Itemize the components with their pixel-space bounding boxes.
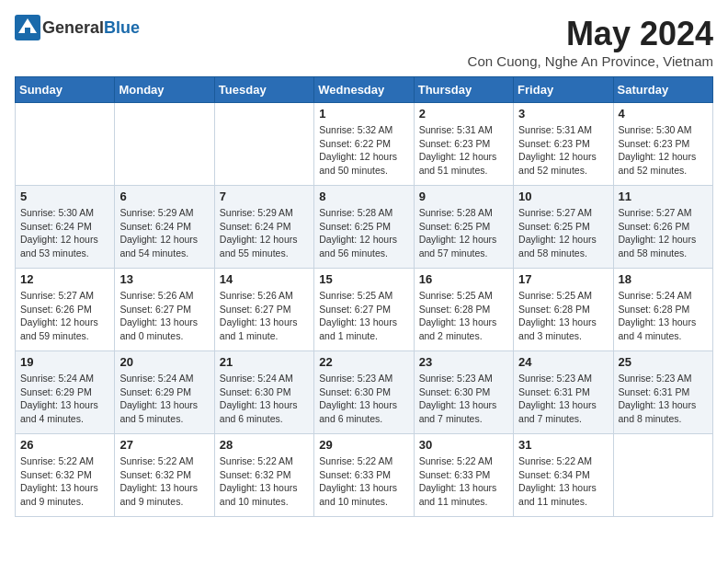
calendar-cell: 3Sunrise: 5:31 AM Sunset: 6:23 PM Daylig…	[514, 103, 613, 186]
day-number: 9	[419, 190, 508, 203]
day-number: 13	[119, 272, 209, 286]
calendar-cell: 28Sunrise: 5:22 AM Sunset: 6:32 PM Dayli…	[214, 434, 313, 517]
day-number: 8	[319, 190, 408, 203]
day-info: Sunrise: 5:22 AM Sunset: 6:33 PM Dayligh…	[419, 454, 508, 509]
calendar-cell: 29Sunrise: 5:22 AM Sunset: 6:33 PM Dayli…	[314, 434, 414, 517]
calendar-cell: 10Sunrise: 5:27 AM Sunset: 6:25 PM Dayli…	[514, 186, 613, 269]
calendar-table: SundayMondayTuesdayWednesdayThursdayFrid…	[15, 76, 713, 517]
day-info: Sunrise: 5:32 AM Sunset: 6:22 PM Dayligh…	[319, 123, 408, 178]
day-info: Sunrise: 5:25 AM Sunset: 6:28 PM Dayligh…	[518, 289, 608, 343]
day-number: 22	[319, 355, 408, 369]
calendar-cell: 16Sunrise: 5:25 AM Sunset: 6:28 PM Dayli…	[414, 269, 513, 351]
day-info: Sunrise: 5:31 AM Sunset: 6:23 PM Dayligh…	[419, 123, 508, 178]
day-info: Sunrise: 5:26 AM Sunset: 6:27 PM Dayligh…	[119, 289, 209, 343]
calendar-cell	[613, 434, 712, 517]
calendar-header-saturday: Saturday	[613, 77, 712, 103]
month-title: May 2024	[468, 15, 713, 53]
calendar-cell: 23Sunrise: 5:23 AM Sunset: 6:30 PM Dayli…	[414, 351, 513, 434]
day-info: Sunrise: 5:27 AM Sunset: 6:26 PM Dayligh…	[20, 289, 109, 343]
day-number: 10	[518, 190, 608, 203]
calendar-week-row: 1Sunrise: 5:32 AM Sunset: 6:22 PM Daylig…	[16, 103, 713, 186]
calendar-cell: 11Sunrise: 5:27 AM Sunset: 6:26 PM Dayli…	[613, 186, 712, 269]
day-number: 17	[518, 272, 608, 286]
day-number: 21	[220, 355, 309, 369]
calendar-cell: 26Sunrise: 5:22 AM Sunset: 6:32 PM Dayli…	[16, 434, 115, 517]
logo: GeneralBlue	[15, 15, 140, 40]
calendar-cell: 5Sunrise: 5:30 AM Sunset: 6:24 PM Daylig…	[16, 186, 115, 269]
day-info: Sunrise: 5:22 AM Sunset: 6:32 PM Dayligh…	[220, 454, 309, 509]
day-number: 4	[619, 107, 708, 121]
calendar-cell: 2Sunrise: 5:31 AM Sunset: 6:23 PM Daylig…	[414, 103, 513, 186]
day-info: Sunrise: 5:24 AM Sunset: 6:28 PM Dayligh…	[619, 289, 708, 343]
day-number: 3	[518, 107, 608, 121]
day-info: Sunrise: 5:27 AM Sunset: 6:25 PM Dayligh…	[518, 206, 608, 260]
calendar-cell	[16, 103, 115, 186]
calendar-header-monday: Monday	[115, 77, 214, 103]
day-number: 7	[220, 190, 309, 203]
day-info: Sunrise: 5:23 AM Sunset: 6:31 PM Dayligh…	[518, 372, 608, 426]
day-number: 20	[119, 355, 209, 369]
logo-blue: Blue	[104, 18, 140, 37]
day-number: 30	[419, 438, 508, 452]
calendar-cell: 15Sunrise: 5:25 AM Sunset: 6:27 PM Dayli…	[314, 269, 414, 351]
calendar-header-tuesday: Tuesday	[214, 77, 313, 103]
calendar-cell	[115, 103, 214, 186]
page-header: GeneralBlue May 2024 Con Cuong, Nghe An …	[15, 15, 713, 69]
day-info: Sunrise: 5:24 AM Sunset: 6:29 PM Dayligh…	[20, 372, 109, 426]
calendar-cell: 9Sunrise: 5:28 AM Sunset: 6:25 PM Daylig…	[414, 186, 513, 269]
calendar-cell: 14Sunrise: 5:26 AM Sunset: 6:27 PM Dayli…	[214, 269, 313, 351]
calendar-cell: 27Sunrise: 5:22 AM Sunset: 6:32 PM Dayli…	[115, 434, 214, 517]
day-info: Sunrise: 5:30 AM Sunset: 6:24 PM Dayligh…	[20, 206, 109, 260]
calendar-week-row: 19Sunrise: 5:24 AM Sunset: 6:29 PM Dayli…	[16, 351, 713, 434]
day-number: 11	[619, 190, 708, 203]
day-info: Sunrise: 5:25 AM Sunset: 6:28 PM Dayligh…	[419, 289, 508, 343]
calendar-cell: 25Sunrise: 5:23 AM Sunset: 6:31 PM Dayli…	[613, 351, 712, 434]
calendar-cell	[214, 103, 313, 186]
calendar-cell: 30Sunrise: 5:22 AM Sunset: 6:33 PM Dayli…	[414, 434, 513, 517]
calendar-cell: 8Sunrise: 5:28 AM Sunset: 6:25 PM Daylig…	[314, 186, 414, 269]
day-info: Sunrise: 5:29 AM Sunset: 6:24 PM Dayligh…	[119, 206, 209, 260]
day-info: Sunrise: 5:23 AM Sunset: 6:30 PM Dayligh…	[419, 372, 508, 426]
svg-rect-2	[25, 28, 30, 35]
day-info: Sunrise: 5:30 AM Sunset: 6:23 PM Dayligh…	[619, 123, 708, 178]
day-number: 29	[319, 438, 408, 452]
day-info: Sunrise: 5:22 AM Sunset: 6:32 PM Dayligh…	[119, 454, 209, 509]
day-number: 5	[20, 190, 109, 203]
day-number: 14	[220, 272, 309, 286]
calendar-header-row: SundayMondayTuesdayWednesdayThursdayFrid…	[16, 77, 713, 103]
day-number: 2	[419, 107, 508, 121]
calendar-cell: 12Sunrise: 5:27 AM Sunset: 6:26 PM Dayli…	[16, 269, 115, 351]
calendar-cell: 21Sunrise: 5:24 AM Sunset: 6:30 PM Dayli…	[214, 351, 313, 434]
day-info: Sunrise: 5:22 AM Sunset: 6:34 PM Dayligh…	[518, 454, 608, 509]
day-number: 23	[419, 355, 508, 369]
day-info: Sunrise: 5:23 AM Sunset: 6:31 PM Dayligh…	[619, 372, 708, 426]
day-info: Sunrise: 5:22 AM Sunset: 6:32 PM Dayligh…	[20, 454, 109, 509]
calendar-week-row: 26Sunrise: 5:22 AM Sunset: 6:32 PM Dayli…	[16, 434, 713, 517]
day-info: Sunrise: 5:28 AM Sunset: 6:25 PM Dayligh…	[419, 206, 508, 260]
location-title: Con Cuong, Nghe An Province, Vietnam	[468, 53, 713, 69]
day-info: Sunrise: 5:24 AM Sunset: 6:30 PM Dayligh…	[220, 372, 309, 426]
calendar-cell: 22Sunrise: 5:23 AM Sunset: 6:30 PM Dayli…	[314, 351, 414, 434]
calendar-header-sunday: Sunday	[16, 77, 115, 103]
day-number: 16	[419, 272, 508, 286]
day-number: 27	[119, 438, 209, 452]
day-info: Sunrise: 5:24 AM Sunset: 6:29 PM Dayligh…	[119, 372, 209, 426]
day-info: Sunrise: 5:26 AM Sunset: 6:27 PM Dayligh…	[220, 289, 309, 343]
calendar-cell: 31Sunrise: 5:22 AM Sunset: 6:34 PM Dayli…	[514, 434, 613, 517]
day-number: 28	[220, 438, 309, 452]
day-info: Sunrise: 5:28 AM Sunset: 6:25 PM Dayligh…	[319, 206, 408, 260]
day-info: Sunrise: 5:25 AM Sunset: 6:27 PM Dayligh…	[319, 289, 408, 343]
day-info: Sunrise: 5:23 AM Sunset: 6:30 PM Dayligh…	[319, 372, 408, 426]
calendar-week-row: 12Sunrise: 5:27 AM Sunset: 6:26 PM Dayli…	[16, 269, 713, 351]
day-number: 18	[619, 272, 708, 286]
calendar-header-thursday: Thursday	[414, 77, 513, 103]
calendar-cell: 18Sunrise: 5:24 AM Sunset: 6:28 PM Dayli…	[613, 269, 712, 351]
calendar-header-friday: Friday	[514, 77, 613, 103]
day-number: 19	[20, 355, 109, 369]
day-number: 31	[518, 438, 608, 452]
logo-icon	[15, 15, 40, 40]
calendar-cell: 7Sunrise: 5:29 AM Sunset: 6:24 PM Daylig…	[214, 186, 313, 269]
day-info: Sunrise: 5:27 AM Sunset: 6:26 PM Dayligh…	[619, 206, 708, 260]
title-area: May 2024 Con Cuong, Nghe An Province, Vi…	[468, 15, 713, 69]
logo-general: General	[42, 18, 104, 37]
